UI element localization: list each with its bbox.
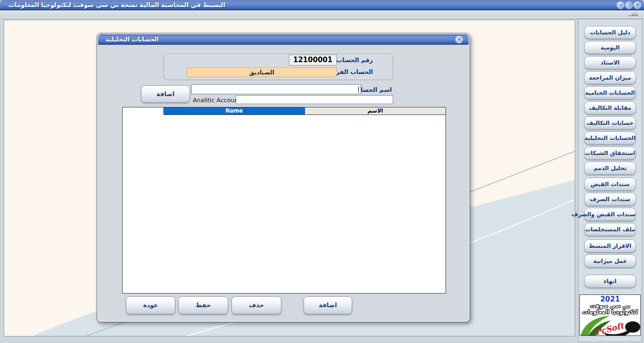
sidebar-item-cost-matching[interactable]: مقابلة التكاليف <box>584 101 636 114</box>
analytic-account-input[interactable] <box>236 95 393 104</box>
close-icon[interactable]: ✕ <box>634 1 641 9</box>
save-button[interactable]: حفظ <box>178 296 228 314</box>
add-button[interactable]: اضافة <box>304 296 352 314</box>
menu-item-file[interactable]: ملف <box>628 11 638 17</box>
logo-year: 2021 <box>580 295 640 303</box>
account-number-value: 12100001 <box>289 55 337 65</box>
menu-bar: ملف <box>0 10 644 19</box>
window-titlebar: البسيط في المحاسبة المالية نسخة بي سي سو… <box>0 0 644 10</box>
grid-column-name[interactable]: Name <box>164 107 305 115</box>
logo-line2: لتكنولوجيا المعلومات <box>580 309 640 315</box>
back-button[interactable]: عودة <box>126 296 175 314</box>
sidebar-item-journal[interactable]: اليومية <box>584 41 636 54</box>
minimize-icon[interactable]: − <box>617 1 624 9</box>
sidebar-item-final-accounts[interactable]: الحسابات الختامية <box>584 86 636 99</box>
maximize-icon[interactable]: ❐ <box>625 1 633 9</box>
sidebar-item-receipt-vouchers[interactable]: سندات القبض <box>584 178 636 191</box>
company-logo: 2021 بي سي سوفت لتكنولوجيا المعلومات PcS… <box>579 294 641 336</box>
add-row-button[interactable]: اضافة <box>141 85 190 103</box>
analytical-accounts-dialog: الحسابات التحليلية ✕ رقم الحساب: 1210000… <box>97 33 470 322</box>
grid-row-selector-column <box>123 107 164 115</box>
sidebar-item-payment-vouchers[interactable]: سندات الصرف <box>584 193 636 206</box>
window-controls: − ❐ ✕ <box>617 1 641 9</box>
sidebar-item-cost-accounts[interactable]: حسابات التكاليف <box>584 116 636 130</box>
sidebar-item-ledger[interactable]: الاستاذ <box>584 56 636 69</box>
window-title: البسيط في المحاسبة المالية نسخة بي سي سو… <box>8 1 225 8</box>
sidebar: دليل الحسابات اليومية الاستاذ ميزان المر… <box>578 19 642 342</box>
pcsoft-logo-icon: PcSoft <box>580 312 641 336</box>
sidebar-item-exit[interactable]: انهاء <box>584 275 636 288</box>
account-name-input[interactable] <box>191 84 361 94</box>
sidebar-item-simplified-declaration[interactable]: الاقرار المبسط <box>584 239 636 253</box>
dialog-title: الحسابات التحليلية <box>106 36 159 43</box>
grid-column-arname[interactable]: الاسم <box>305 107 446 115</box>
sidebar-item-receivables-analysis[interactable]: تحليل الذمم <box>584 162 636 175</box>
sidebar-item-trial-balance[interactable]: ميزان المراجعة <box>584 71 636 84</box>
sidebar-item-extracts-file[interactable]: ملف المستخلصات <box>584 223 636 236</box>
dialog-close-icon[interactable]: ✕ <box>455 36 463 43</box>
sidebar-item-chart-of-accounts[interactable]: دليل الحسابات <box>584 26 636 39</box>
sidebar-item-make-balance-sheet[interactable]: عمل ميزانية <box>584 254 636 268</box>
dialog-titlebar: الحسابات التحليلية ✕ <box>98 34 469 45</box>
app-window: البسيط في المحاسبة المالية نسخة بي سي سو… <box>0 0 644 343</box>
grid-header: Name الاسم <box>123 107 446 115</box>
accounts-grid[interactable]: Name الاسم <box>122 107 446 294</box>
sub-account-value: الصناديق <box>187 67 337 77</box>
delete-button[interactable]: حذف <box>231 296 281 314</box>
sidebar-item-check-maturity[interactable]: استحقاق الشيكات <box>584 147 636 160</box>
sidebar-item-analytical-accounts[interactable]: الحسابات التحليلية <box>584 131 636 145</box>
analytic-account-label: Analitic Account: <box>193 97 242 104</box>
sidebar-item-receipt-payment-vouchers[interactable]: سندات القبض والصرف <box>584 208 636 221</box>
text-cursor <box>358 86 359 93</box>
